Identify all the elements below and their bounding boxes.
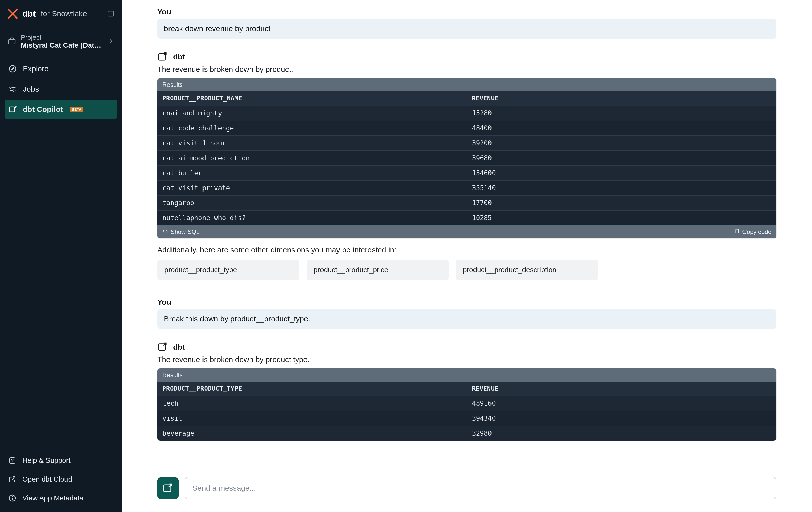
dbt-label: dbt bbox=[173, 343, 185, 352]
chevron-right-icon bbox=[108, 38, 114, 46]
sidebar-item-label: Jobs bbox=[23, 85, 39, 93]
svg-point-7 bbox=[13, 90, 14, 91]
svg-rect-10 bbox=[9, 107, 14, 112]
cell-revenue: 489160 bbox=[467, 396, 777, 411]
compass-icon bbox=[8, 64, 17, 73]
sidebar-item-label: dbt Copilot bbox=[23, 105, 63, 114]
copy-code-label: Copy code bbox=[742, 228, 772, 236]
results-card: Results PRODUCT__PRODUCT_TYPE REVENUE te… bbox=[157, 368, 777, 441]
cell-revenue: 17700 bbox=[467, 195, 777, 211]
assistant-header: dbt bbox=[157, 51, 777, 62]
results-footer: Show SQL Copy code bbox=[157, 225, 777, 239]
col-revenue: REVENUE bbox=[467, 382, 777, 396]
cell-revenue: 10285 bbox=[467, 211, 777, 225]
sidebar-item-explore[interactable]: Explore bbox=[5, 59, 117, 79]
table-row: visit394340 bbox=[157, 411, 777, 426]
svg-marker-4 bbox=[12, 68, 14, 70]
sidebar-item-copilot[interactable]: dbt Copilot BETA bbox=[5, 100, 117, 119]
new-chat-button[interactable] bbox=[157, 478, 179, 499]
table-row: cat butler154600 bbox=[157, 166, 777, 181]
copy-code-button[interactable]: Copy code bbox=[734, 228, 772, 236]
dimension-pills: product__product_type product__product_p… bbox=[157, 260, 777, 280]
main-content: You break down revenue by product dbt Th… bbox=[122, 0, 812, 512]
user-message: Break this down by product__product_type… bbox=[157, 309, 777, 329]
chat-scroll[interactable]: You break down revenue by product dbt Th… bbox=[122, 0, 812, 472]
brand-suffix: for Snowflake bbox=[41, 9, 87, 18]
table-row: cat visit private355140 bbox=[157, 181, 777, 195]
table-row: cnai and mighty15280 bbox=[157, 106, 777, 121]
project-name: Mistyral Cat Cafe (Data Te... bbox=[21, 41, 103, 50]
cell-revenue: 355140 bbox=[467, 181, 777, 195]
help-icon: ? bbox=[8, 456, 17, 465]
table-row: tech489160 bbox=[157, 396, 777, 411]
jobs-icon bbox=[8, 85, 17, 94]
dbt-logo-icon bbox=[7, 8, 18, 19]
table-row: beverage32980 bbox=[157, 426, 777, 441]
col-product-type: PRODUCT__PRODUCT_TYPE bbox=[157, 382, 467, 396]
results-header: Results bbox=[157, 78, 777, 91]
svg-point-5 bbox=[10, 87, 11, 89]
cell-revenue: 39680 bbox=[467, 151, 777, 166]
cell-revenue: 32980 bbox=[467, 426, 777, 441]
additional-dimensions-text: Additionally, here are some other dimens… bbox=[157, 246, 777, 254]
cell-product: nutellaphone who dis? bbox=[157, 211, 467, 225]
sidebar-collapse-icon[interactable] bbox=[107, 10, 115, 18]
project-label: Project bbox=[21, 33, 103, 41]
project-icon bbox=[8, 37, 16, 47]
table-row: nutellaphone who dis?10285 bbox=[157, 211, 777, 225]
sidebar-item-open-cloud[interactable]: Open dbt Cloud bbox=[5, 470, 117, 489]
project-selector[interactable]: Project Mistyral Cat Cafe (Data Te... bbox=[5, 30, 117, 53]
sidebar-item-label: View App Metadata bbox=[22, 494, 84, 502]
cell-product: visit bbox=[157, 411, 467, 426]
sidebar-item-label: Explore bbox=[23, 64, 49, 73]
cell-product: cat code challenge bbox=[157, 121, 467, 136]
sidebar-item-jobs[interactable]: Jobs bbox=[5, 80, 117, 99]
you-label: You bbox=[157, 8, 777, 16]
sidebar-item-help[interactable]: ? Help & Support bbox=[5, 451, 117, 470]
results-table-2: PRODUCT__PRODUCT_TYPE REVENUE tech489160… bbox=[157, 382, 777, 441]
you-label: You bbox=[157, 298, 777, 306]
cell-product: cnai and mighty bbox=[157, 106, 467, 121]
copilot-icon bbox=[8, 105, 17, 114]
beta-badge: BETA bbox=[69, 107, 84, 112]
dimension-pill-type[interactable]: product__product_type bbox=[157, 260, 299, 280]
table-row: cat ai mood prediction39680 bbox=[157, 151, 777, 166]
assistant-icon bbox=[157, 51, 169, 62]
assistant-text: The revenue is broken down by product. bbox=[157, 65, 777, 73]
info-icon bbox=[8, 494, 17, 502]
cell-product: cat butler bbox=[157, 166, 467, 181]
sidebar: dbt for Snowflake Project Mistyral Cat C… bbox=[0, 0, 122, 512]
dbt-label: dbt bbox=[173, 53, 185, 61]
assistant-header: dbt bbox=[157, 341, 777, 353]
cell-revenue: 48400 bbox=[467, 121, 777, 136]
svg-rect-17 bbox=[736, 229, 739, 233]
col-revenue: REVENUE bbox=[467, 91, 777, 106]
assistant-icon bbox=[157, 341, 169, 353]
col-product-name: PRODUCT__PRODUCT_NAME bbox=[157, 91, 467, 106]
svg-point-15 bbox=[12, 496, 13, 497]
cell-revenue: 15280 bbox=[467, 106, 777, 121]
results-card: Results PRODUCT__PRODUCT_NAME REVENUE cn… bbox=[157, 78, 777, 239]
sidebar-item-label: Open dbt Cloud bbox=[22, 475, 72, 483]
user-message: break down revenue by product bbox=[157, 19, 777, 38]
assistant-text: The revenue is broken down by product ty… bbox=[157, 355, 777, 364]
svg-rect-2 bbox=[9, 39, 15, 43]
show-sql-button[interactable]: Show SQL bbox=[163, 228, 200, 236]
table-row: cat code challenge48400 bbox=[157, 121, 777, 136]
sidebar-item-label: Help & Support bbox=[22, 456, 70, 464]
cell-revenue: 39200 bbox=[467, 136, 777, 151]
sidebar-item-metadata[interactable]: View App Metadata bbox=[5, 489, 117, 507]
svg-point-3 bbox=[9, 65, 16, 72]
table-row: tangaroo17700 bbox=[157, 195, 777, 211]
cell-revenue: 394340 bbox=[467, 411, 777, 426]
code-icon bbox=[163, 228, 168, 236]
message-input[interactable] bbox=[185, 477, 777, 499]
cell-product: cat ai mood prediction bbox=[157, 151, 467, 166]
dimension-pill-description[interactable]: product__product_description bbox=[456, 260, 598, 280]
dimension-pill-price[interactable]: product__product_price bbox=[307, 260, 448, 280]
svg-rect-0 bbox=[108, 11, 114, 16]
table-row: cat visit 1 hour39200 bbox=[157, 136, 777, 151]
external-link-icon bbox=[8, 475, 17, 484]
results-header: Results bbox=[157, 368, 777, 382]
cell-product: tangaroo bbox=[157, 195, 467, 211]
